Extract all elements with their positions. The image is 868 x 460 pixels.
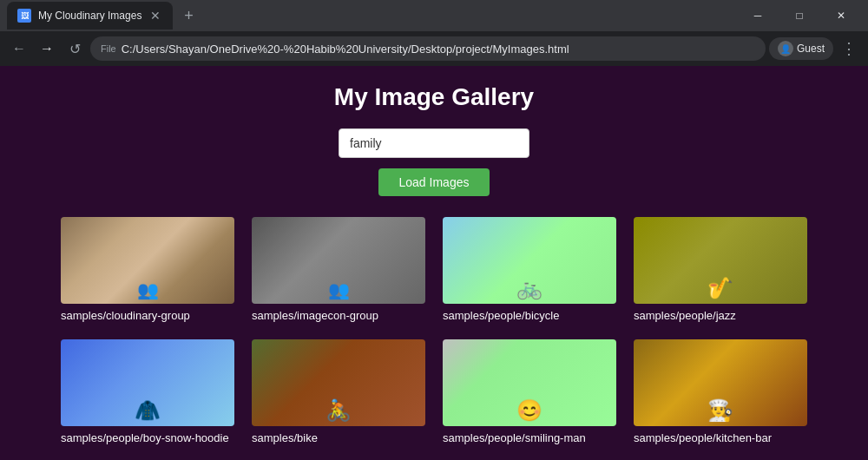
image-thumbnail-boy-hoodie <box>61 339 234 426</box>
active-tab[interactable]: 🖼 My Cloudinary Images ✕ <box>7 2 173 30</box>
image-thumbnail-bike <box>252 339 425 426</box>
image-label-cloudinary-group: samples/cloudinary-group <box>61 309 234 322</box>
image-label-imagecon-group: samples/imagecon-group <box>252 309 425 322</box>
image-grid: samples/cloudinary-groupsamples/imagecon… <box>61 217 807 444</box>
page-content: My Image Gallery Load Images samples/clo… <box>0 66 868 460</box>
profile-icon: 👤 <box>778 41 793 56</box>
profile-button[interactable]: 👤 Guest <box>769 37 833 60</box>
file-icon: File <box>101 43 116 54</box>
reload-button[interactable]: ↺ <box>62 36 87 61</box>
gallery-title: My Image Gallery <box>17 83 851 111</box>
tab-bar: 🖼 My Cloudinary Images ✕ + ─ □ ✕ <box>0 0 868 31</box>
image-thumbnail-cloudinary-group <box>61 217 234 304</box>
profile-label: Guest <box>797 43 825 55</box>
load-images-button[interactable]: Load Images <box>378 168 490 196</box>
minimize-button[interactable]: ─ <box>738 2 778 30</box>
image-label-smiling-man: samples/people/smiling-man <box>443 431 616 444</box>
search-input[interactable] <box>339 128 529 158</box>
image-thumbnail-smiling-man <box>443 339 616 426</box>
list-item: samples/people/smiling-man <box>443 339 616 444</box>
maximize-button[interactable]: □ <box>779 2 819 30</box>
image-thumbnail-bicycle <box>443 217 616 304</box>
list-item: samples/imagecon-group <box>252 217 425 322</box>
forward-button[interactable]: → <box>35 36 59 61</box>
tab-close-button[interactable]: ✕ <box>148 9 162 23</box>
image-thumbnail-jazz <box>634 217 807 304</box>
new-tab-button[interactable]: + <box>176 3 201 28</box>
list-item: samples/people/kitchen-bar <box>634 339 807 444</box>
tab-favicon: 🖼 <box>17 9 31 23</box>
back-button[interactable]: ← <box>7 36 31 61</box>
image-thumbnail-imagecon-group <box>252 217 425 304</box>
list-item: samples/people/jazz <box>634 217 807 322</box>
image-label-kitchen-bar: samples/people/kitchen-bar <box>634 431 807 444</box>
browser-chrome: 🖼 My Cloudinary Images ✕ + ─ □ ✕ ← → ↺ F… <box>0 0 868 66</box>
image-label-bicycle: samples/people/bicycle <box>443 309 616 322</box>
address-text: C:/Users/Shayan/OneDrive%20-%20Habib%20U… <box>122 43 755 56</box>
nav-bar: ← → ↺ File C:/Users/Shayan/OneDrive%20-%… <box>0 31 868 66</box>
address-bar[interactable]: File C:/Users/Shayan/OneDrive%20-%20Habi… <box>90 36 766 61</box>
list-item: samples/people/boy-snow-hoodie <box>61 339 234 444</box>
browser-menu-button[interactable]: ⋮ <box>837 36 861 61</box>
search-area: Load Images <box>17 128 851 196</box>
list-item: samples/cloudinary-group <box>61 217 234 322</box>
image-label-boy-hoodie: samples/people/boy-snow-hoodie <box>61 431 234 444</box>
tab-title: My Cloudinary Images <box>38 10 141 22</box>
image-thumbnail-kitchen-bar <box>634 339 807 426</box>
window-controls: ─ □ ✕ <box>738 2 861 30</box>
image-label-bike: samples/bike <box>252 431 425 444</box>
list-item: samples/people/bicycle <box>443 217 616 322</box>
list-item: samples/bike <box>252 339 425 444</box>
image-label-jazz: samples/people/jazz <box>634 309 807 322</box>
close-button[interactable]: ✕ <box>821 2 861 30</box>
